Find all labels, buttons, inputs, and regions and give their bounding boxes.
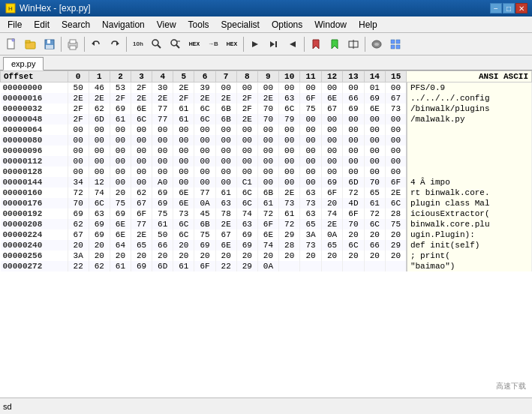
- cell-hex-15[interactable]: 6F: [386, 177, 407, 188]
- cell-hex-14[interactable]: 61: [364, 198, 385, 208]
- cell-hex-13[interactable]: 00: [343, 156, 364, 166]
- cell-hex-8[interactable]: 69: [236, 240, 257, 250]
- cell-hex-0[interactable]: 62: [68, 219, 89, 230]
- cell-hex-3[interactable]: 20: [131, 250, 152, 261]
- cell-hex-2[interactable]: 69: [110, 104, 131, 114]
- cell-hex-14[interactable]: 70: [364, 177, 385, 188]
- cell-hex-14[interactable]: [364, 261, 385, 272]
- cell-hex-0[interactable]: 2E: [68, 93, 89, 104]
- hex-search2-button[interactable]: [167, 35, 185, 53]
- menu-item-help[interactable]: Help: [353, 16, 383, 32]
- cell-hex-7[interactable]: 20: [215, 250, 236, 261]
- cell-hex-0[interactable]: 00: [68, 156, 89, 166]
- cell-hex-13[interactable]: 6F: [343, 208, 364, 219]
- cell-hex-8[interactable]: 63: [236, 219, 257, 230]
- cell-hex-2[interactable]: 20: [110, 250, 131, 261]
- cell-hex-0[interactable]: 69: [68, 208, 89, 219]
- disk-button[interactable]: [368, 35, 386, 53]
- cell-hex-7[interactable]: 00: [215, 177, 236, 188]
- grid-button[interactable]: [386, 35, 404, 53]
- cell-hex-13[interactable]: 00: [343, 166, 364, 177]
- cell-hex-15[interactable]: 00: [386, 166, 407, 177]
- cell-hex-8[interactable]: 00: [236, 156, 257, 166]
- cell-hex-4[interactable]: 30: [152, 82, 173, 94]
- menu-item-navigation[interactable]: Navigation: [96, 16, 151, 32]
- menu-item-tools[interactable]: Tools: [182, 16, 215, 32]
- cell-hex-8[interactable]: 2F: [236, 93, 257, 104]
- cell-hex-6[interactable]: 77: [194, 188, 215, 198]
- cell-hex-1[interactable]: 69: [89, 219, 110, 230]
- cell-hex-11[interactable]: 20: [300, 250, 321, 261]
- cell-hex-0[interactable]: 2F: [68, 104, 89, 114]
- cell-hex-10[interactable]: 6C: [278, 104, 299, 114]
- cell-hex-1[interactable]: 2E: [89, 93, 110, 104]
- cell-hex-8[interactable]: 74: [236, 208, 257, 219]
- maximize-button[interactable]: □: [503, 3, 515, 14]
- nav-right-button[interactable]: [246, 35, 264, 53]
- cell-hex-3[interactable]: 2E: [131, 230, 152, 240]
- cell-hex-15[interactable]: 20: [386, 230, 407, 240]
- cell-hex-12[interactable]: 0A: [321, 230, 342, 240]
- cell-hex-5[interactable]: 20: [173, 240, 194, 250]
- redo-button[interactable]: [106, 35, 124, 53]
- cell-hex-4[interactable]: 77: [152, 114, 173, 124]
- cell-hex-13[interactable]: [343, 261, 364, 272]
- cell-hex-15[interactable]: 67: [386, 93, 407, 104]
- cell-hex-4[interactable]: A0: [152, 177, 173, 188]
- cell-hex-7[interactable]: 00: [215, 156, 236, 166]
- cell-hex-5[interactable]: 00: [173, 156, 194, 166]
- cell-hex-7[interactable]: 78: [215, 208, 236, 219]
- cell-hex-8[interactable]: 6C: [236, 198, 257, 208]
- cell-hex-11[interactable]: 00: [300, 156, 321, 166]
- cell-hex-4[interactable]: 77: [152, 104, 173, 114]
- cell-hex-5[interactable]: 6C: [173, 230, 194, 240]
- cell-hex-12[interactable]: 00: [321, 156, 342, 166]
- cell-hex-12[interactable]: 20: [321, 198, 342, 208]
- cell-hex-3[interactable]: 65: [131, 240, 152, 250]
- cell-hex-9[interactable]: 61: [257, 198, 278, 208]
- cell-hex-6[interactable]: 75: [194, 230, 215, 240]
- cell-hex-2[interactable]: 00: [110, 124, 131, 135]
- cell-hex-14[interactable]: 65: [364, 188, 385, 198]
- cell-hex-1[interactable]: 62: [89, 104, 110, 114]
- cell-hex-10[interactable]: 63: [278, 93, 299, 104]
- cell-hex-3[interactable]: 6E: [131, 104, 152, 114]
- cell-hex-9[interactable]: 6E: [257, 230, 278, 240]
- cell-hex-2[interactable]: 00: [110, 146, 131, 156]
- cell-hex-13[interactable]: 00: [343, 82, 364, 94]
- cell-hex-8[interactable]: 2F: [236, 104, 257, 114]
- cell-hex-12[interactable]: 00: [321, 114, 342, 124]
- menu-item-specialist[interactable]: Specialist: [215, 16, 266, 32]
- print-button[interactable]: [64, 35, 82, 53]
- cell-hex-11[interactable]: 63: [300, 188, 321, 198]
- cell-hex-11[interactable]: 00: [300, 166, 321, 177]
- cell-hex-0[interactable]: 34: [68, 177, 89, 188]
- cell-hex-3[interactable]: 6F: [131, 208, 152, 219]
- cell-hex-6[interactable]: 6C: [194, 104, 215, 114]
- cell-hex-3[interactable]: 62: [131, 188, 152, 198]
- cell-hex-5[interactable]: 00: [173, 135, 194, 146]
- cell-hex-4[interactable]: 6D: [152, 261, 173, 272]
- cell-hex-0[interactable]: 50: [68, 82, 89, 94]
- cell-hex-7[interactable]: 00: [215, 135, 236, 146]
- cell-hex-7[interactable]: 67: [215, 230, 236, 240]
- cell-hex-8[interactable]: 00: [236, 166, 257, 177]
- cell-hex-12[interactable]: 00: [321, 135, 342, 146]
- cell-hex-11[interactable]: 00: [300, 177, 321, 188]
- cell-hex-5[interactable]: 61: [173, 261, 194, 272]
- cell-hex-9[interactable]: 00: [257, 146, 278, 156]
- cell-hex-9[interactable]: 20: [257, 250, 278, 261]
- cell-hex-5[interactable]: 6C: [173, 219, 194, 230]
- cell-hex-2[interactable]: 00: [110, 177, 131, 188]
- cell-hex-5[interactable]: 00: [173, 177, 194, 188]
- cell-hex-2[interactable]: 00: [110, 156, 131, 166]
- cell-hex-14[interactable]: 00: [364, 166, 385, 177]
- cell-hex-1[interactable]: 63: [89, 208, 110, 219]
- cell-hex-4[interactable]: 00: [152, 166, 173, 177]
- cell-hex-1[interactable]: 00: [89, 156, 110, 166]
- cell-hex-11[interactable]: 65: [300, 219, 321, 230]
- cell-hex-9[interactable]: 00: [257, 135, 278, 146]
- cell-hex-15[interactable]: [386, 261, 407, 272]
- cell-hex-14[interactable]: 00: [364, 114, 385, 124]
- cell-hex-13[interactable]: 20: [343, 250, 364, 261]
